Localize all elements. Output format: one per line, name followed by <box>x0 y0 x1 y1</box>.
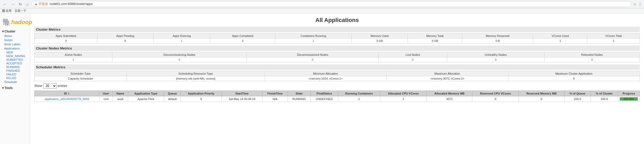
main-layout: 🐘 hadoop ▾ Cluster About Nodes Node Labe… <box>0 14 644 144</box>
url-bar[interactable]: ▲ 不安全 node01.com:8088/cluster/apps <box>31 1 631 7</box>
col-maximum-allocation: Maximum Allocation <box>386 71 508 76</box>
col-apps-completed: Apps Completed <box>210 34 275 38</box>
th-app-type[interactable]: Application Type <box>128 91 164 96</box>
th-reserved-memory[interactable]: Reserved Memory MB <box>519 91 564 96</box>
th-app-priority[interactable]: Application Priority <box>181 91 221 96</box>
cluster-metrics-title: Cluster Metrics <box>34 27 640 32</box>
th-final-status[interactable]: FinalStatus <box>310 91 338 96</box>
page-title: All Applications <box>34 17 640 24</box>
scheduler-metrics-title: Scheduler Metrics <box>34 64 640 70</box>
sidebar-item-node-labels[interactable]: Node Labels <box>2 42 28 46</box>
sidebar-item-finished[interactable]: FINISHED <box>3 69 28 73</box>
th-alloc-memory[interactable]: Allocated Memory MB <box>427 91 472 96</box>
bookmark-star-button[interactable]: ☆ <box>633 2 637 6</box>
th-pct-queue[interactable]: % of Queue <box>564 91 590 96</box>
reload-button[interactable]: ↻ <box>18 2 23 7</box>
cell-progress: 100.00% <box>618 96 640 102</box>
sidebar-item-accepted[interactable]: ACCEPTED <box>3 62 28 65</box>
th-reserved-cpu[interactable]: Reserved CPU VCores <box>472 91 519 96</box>
sidebar-item-new-saving[interactable]: NEW_SAVING <box>3 54 28 58</box>
entries-select[interactable]: 10 20 50 100 <box>43 83 57 88</box>
sidebar-item-failed[interactable]: FAILED <box>3 73 28 76</box>
hadoop-wordmark: hadoop <box>11 19 32 26</box>
val-scheduling-resource-type: [memory-mb (unit=Mi), vcores] <box>126 76 265 81</box>
col-memory-reserved: Memory Reserved <box>462 34 533 38</box>
cluster-nodes-metrics-title: Cluster Nodes Metrics <box>34 46 640 51</box>
logo-container: 🐘 hadoop <box>0 16 30 29</box>
sidebar-item-applications[interactable]: Applications <box>2 46 28 51</box>
sidebar-item-about[interactable]: About <box>2 34 28 38</box>
scheduler-metrics-row: Capacity Scheduler [memory-mb (unit=Mi),… <box>35 76 640 81</box>
cluster-section-title[interactable]: ▾ Cluster <box>2 30 28 33</box>
col-max-cluster-app: Maximum Cluster Application <box>508 71 640 76</box>
hadoop-logo: 🐘 hadoop <box>2 18 28 26</box>
active-nodes-link[interactable]: 1 <box>72 58 74 61</box>
cluster-metrics-row: 3 0 1 2 1 3 GB 3 GB 0 B 1 1 <box>35 38 640 43</box>
val-rebooted-nodes: 0 <box>544 57 640 62</box>
decommissioned-link[interactable]: 0 <box>312 58 313 61</box>
th-queue[interactable]: Queue <box>164 91 181 96</box>
app-id-link[interactable]: application_1652459509778_0003 <box>45 97 89 101</box>
tools-section-title[interactable]: ▾ Tools <box>2 86 28 90</box>
url-text: node01.com:8088/cluster/apps <box>50 2 93 6</box>
cell-queue: default <box>164 96 181 102</box>
col-rebooted-nodes: Rebooted Nodes <box>544 52 640 57</box>
val-max-cluster-app: 0 <box>508 76 640 81</box>
th-alloc-cpu[interactable]: Allocated CPU VCores <box>380 91 427 96</box>
settings-button[interactable]: ⋮ <box>638 2 642 6</box>
sidebar-item-scheduler[interactable]: Scheduler <box>2 80 28 84</box>
th-progress[interactable]: Progress <box>618 91 640 96</box>
cell-running-containers: 1 <box>338 96 380 102</box>
main-content: All Applications Cluster Metrics Apps Su… <box>30 14 644 144</box>
col-apps-submitted: Apps Submitted <box>35 34 97 38</box>
show-label: Show <box>34 84 42 88</box>
elephant-icon: 🐘 <box>2 18 11 26</box>
th-name[interactable]: Name <box>113 91 128 96</box>
th-running-containers[interactable]: Running Containers <box>338 91 380 96</box>
apps-running-link[interactable]: 1 <box>181 39 183 42</box>
forward-button[interactable]: → <box>10 2 16 7</box>
home-button[interactable]: ⌂ <box>25 2 29 7</box>
th-pct-cluster[interactable]: % of Cluster <box>590 91 618 96</box>
col-scheduler-type: Scheduler Type <box>35 71 127 76</box>
val-apps-submitted: 3 <box>35 38 97 43</box>
containers-running-link[interactable]: 1 <box>313 39 314 42</box>
sidebar-item-new[interactable]: NEW <box>3 51 28 54</box>
cluster-nodes-metrics-row: 1 0 0 0 0 0 <box>35 57 640 62</box>
th-start-time[interactable]: StartTime <box>221 91 262 96</box>
val-decommissioned-nodes: 0 <box>247 57 379 62</box>
cell-reserved-cpu: 0 <box>472 96 519 102</box>
sidebar-item-nodes[interactable]: Nodes <box>2 38 28 42</box>
toolbar-search[interactable]: 百度一下 <box>15 9 26 13</box>
apps-table: ID ⇕ User Name Application Type Queue Ap… <box>34 91 640 102</box>
col-vcores-total: VCores Total <box>587 34 640 38</box>
decommissioning-link[interactable]: 0 <box>178 58 180 61</box>
cell-user: root <box>99 96 113 102</box>
sidebar-item-submitted[interactable]: SUBMITTED <box>3 58 28 62</box>
col-apps-pending: Apps Pending <box>97 34 153 38</box>
unhealthy-link[interactable]: 0 <box>495 58 497 61</box>
lost-nodes-link[interactable]: 0 <box>412 58 414 61</box>
val-unhealthy-nodes: 0 <box>447 57 544 62</box>
val-memory-total: 3 GB <box>408 38 462 43</box>
tools-section: ▾ Tools <box>0 85 30 91</box>
col-active-nodes: Active Nodes <box>35 52 112 57</box>
sidebar-item-killed[interactable]: KILLED <box>3 76 28 80</box>
cluster-nodes-metrics-table: Active Nodes Decommissioning Nodes Decom… <box>34 52 640 62</box>
progress-bar: 100.00% <box>620 97 638 101</box>
val-vcores-used: 1 <box>533 38 587 43</box>
th-state[interactable]: State <box>288 91 310 96</box>
cell-name: wudl <box>113 96 128 102</box>
th-id[interactable]: ID ⇕ <box>35 91 99 96</box>
th-user[interactable]: User <box>99 91 113 96</box>
col-scheduling-resource-type: Scheduling Resource Type <box>126 71 265 76</box>
toolbar-apps[interactable]: ☰ 应用 <box>2 9 12 13</box>
back-button[interactable]: ← <box>2 2 8 7</box>
th-finish-time[interactable]: FinishTime <box>262 91 288 96</box>
cell-finish-time: N/A <box>262 96 288 102</box>
sort-icon-id: ⇕ <box>68 92 70 95</box>
rebooted-link[interactable]: 0 <box>591 58 593 61</box>
col-memory-total: Memory Total <box>408 34 462 38</box>
sidebar-item-running[interactable]: RUNNING <box>3 65 28 69</box>
col-decommissioned-nodes: Decommissioned Nodes <box>247 52 379 57</box>
